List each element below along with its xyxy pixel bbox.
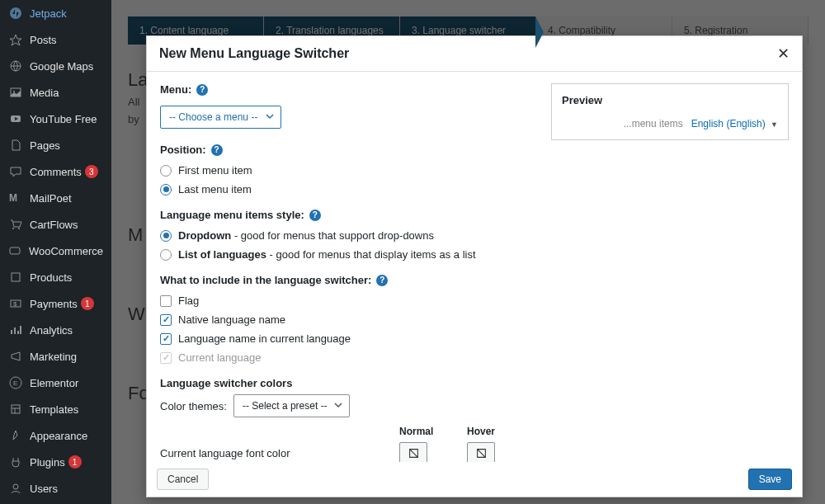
- users-icon: [8, 481, 23, 496]
- style-list-radio[interactable]: List of languages - good for menus that …: [160, 245, 535, 264]
- sidebar-item-analytics[interactable]: Analytics: [0, 317, 111, 343]
- svg-point-7: [18, 228, 20, 229]
- radio-icon: [160, 249, 172, 261]
- checkbox-label: Native language name: [178, 313, 285, 326]
- col-header-hover: Hover: [467, 426, 535, 437]
- analytics-icon: [8, 323, 23, 337]
- checkbox-icon: [160, 314, 172, 326]
- menu-label: Menu:: [160, 83, 191, 96]
- help-icon[interactable]: ?: [376, 275, 388, 286]
- radio-label: Last menu item: [178, 183, 252, 195]
- sidebar-item-label: Marketing: [30, 351, 77, 363]
- sidebar-item-products[interactable]: Products: [0, 264, 111, 290]
- svg-rect-8: [10, 247, 20, 254]
- sidebar-item-cartflows[interactable]: CartFlows: [0, 211, 111, 238]
- appearance-icon: [8, 428, 23, 443]
- product-icon: [8, 270, 23, 285]
- sidebar-item-comments[interactable]: Comments3: [0, 158, 111, 185]
- preview-placeholder: ...menu items: [624, 118, 683, 130]
- comment-icon: [8, 164, 23, 179]
- radio-icon: [160, 165, 172, 177]
- sidebar-item-jetpack[interactable]: Jetpack: [0, 0, 111, 26]
- mail-icon: M: [8, 191, 23, 205]
- sidebar-item-marketing[interactable]: Marketing: [0, 343, 111, 370]
- svg-text:E: E: [13, 379, 17, 387]
- woo-icon: [8, 243, 22, 258]
- position-first-radio[interactable]: First menu item: [160, 161, 535, 180]
- sidebar-item-appearance[interactable]: Appearance: [0, 422, 111, 449]
- svg-point-0: [10, 7, 21, 19]
- svg-point-15: [13, 484, 18, 489]
- radio-label: First menu item: [178, 164, 252, 177]
- admin-sidebar: JetpackPostsGoogle MapsMediaYouTube Free…: [0, 0, 111, 504]
- sidebar-item-media[interactable]: Media: [0, 79, 111, 106]
- caret-down-icon: ▼: [771, 120, 778, 129]
- sidebar-item-pages[interactable]: Pages: [0, 132, 111, 158]
- sidebar-item-label: YouTube Free: [30, 113, 97, 125]
- sidebar-item-elementor[interactable]: EElementor: [0, 370, 111, 396]
- sidebar-item-plugins[interactable]: Plugins1: [0, 449, 111, 475]
- svg-text:M: M: [9, 192, 17, 204]
- notification-badge: 1: [68, 455, 82, 469]
- font-color-hover-swatch[interactable]: [467, 442, 495, 462]
- sidebar-item-posts[interactable]: Posts: [0, 26, 111, 53]
- globe-icon: [8, 59, 23, 73]
- position-last-radio[interactable]: Last menu item: [160, 180, 535, 199]
- preview-language-dropdown[interactable]: English (English): [691, 118, 768, 130]
- save-button[interactable]: Save: [748, 469, 792, 490]
- sidebar-item-templates[interactable]: Templates: [0, 396, 111, 422]
- svg-rect-9: [12, 273, 20, 281]
- cancel-button[interactable]: Cancel: [157, 469, 209, 490]
- preview-box: Preview ...menu items English (English) …: [551, 83, 789, 140]
- help-icon[interactable]: ?: [309, 210, 321, 221]
- style-dropdown-radio[interactable]: Dropdown - good for menus that support d…: [160, 226, 535, 245]
- sidebar-item-youtube-free[interactable]: YouTube Free: [0, 106, 111, 132]
- color-themes-select[interactable]: -- Select a preset --: [233, 394, 350, 417]
- sidebar-item-label: Posts: [30, 34, 57, 46]
- preview-title: Preview: [562, 94, 778, 106]
- colors-label: Language switcher colors: [160, 377, 292, 389]
- help-icon[interactable]: ?: [211, 144, 223, 156]
- templates-icon: [8, 402, 23, 417]
- include-flag-checkbox[interactable]: Flag: [160, 291, 535, 310]
- sidebar-item-payments[interactable]: $Payments1: [0, 290, 111, 317]
- menu-select-value: -- Choose a menu --: [169, 111, 257, 123]
- svg-point-3: [13, 91, 15, 92]
- marketing-icon: [8, 349, 23, 364]
- include-current-lang-checkbox[interactable]: Current language: [160, 348, 535, 367]
- menu-select[interactable]: -- Choose a menu --: [160, 106, 281, 129]
- media-icon: [8, 85, 23, 100]
- position-label: Position:: [160, 144, 206, 156]
- checkbox-label: Flag: [178, 294, 199, 307]
- svg-rect-14: [12, 405, 20, 413]
- sidebar-item-google-maps[interactable]: Google Maps: [0, 53, 111, 79]
- include-label: What to include in the language switcher…: [160, 274, 371, 286]
- sidebar-item-label: Products: [30, 271, 72, 284]
- checkbox-icon: [160, 295, 172, 307]
- sidebar-item-users[interactable]: Users: [0, 475, 111, 502]
- checkbox-icon: [160, 333, 172, 345]
- checkbox-label: Current language: [178, 351, 261, 364]
- help-icon[interactable]: ?: [196, 84, 208, 96]
- plugins-icon: [8, 455, 23, 469]
- sidebar-item-mailpoet[interactable]: MMailPoet: [0, 185, 111, 211]
- color-themes-label: Color themes:: [160, 400, 227, 412]
- close-icon[interactable]: ✕: [777, 45, 790, 63]
- notification-badge: 1: [81, 297, 94, 310]
- sidebar-item-woocommerce[interactable]: WooCommerce: [0, 238, 111, 264]
- include-native-checkbox[interactable]: Native language name: [160, 310, 535, 329]
- svg-point-6: [12, 228, 14, 229]
- sidebar-item-label: Google Maps: [30, 60, 93, 73]
- font-color-normal-swatch[interactable]: [399, 442, 427, 462]
- sidebar-item-label: Jetpack: [30, 7, 67, 20]
- chevron-down-icon: [334, 400, 342, 412]
- sidebar-item-label: Plugins: [30, 456, 65, 469]
- chevron-down-icon: [266, 111, 274, 123]
- include-current-name-checkbox[interactable]: Language name in current language: [160, 329, 535, 348]
- sidebar-item-label: CartFlows: [30, 219, 78, 231]
- sidebar-item-label: WooCommerce: [29, 245, 103, 257]
- sidebar-item-label: Elementor: [30, 377, 78, 389]
- sidebar-item-label: Pages: [30, 139, 60, 152]
- sidebar-item-label: Templates: [30, 403, 78, 416]
- sidebar-item-label: MailPoet: [30, 192, 72, 205]
